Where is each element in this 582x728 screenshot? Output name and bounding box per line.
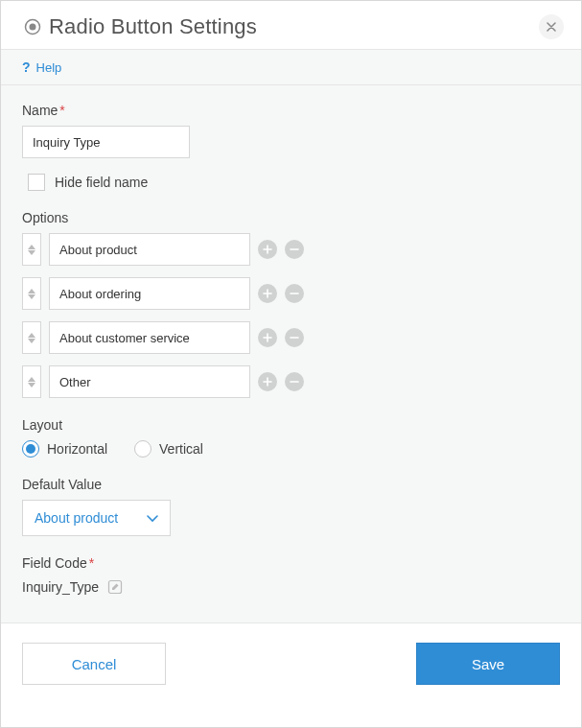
- layout-radio-vertical[interactable]: Vertical: [134, 440, 203, 458]
- add-option-button[interactable]: [258, 372, 277, 391]
- radio-icon: [134, 440, 151, 458]
- default-value-select[interactable]: About product: [22, 500, 171, 536]
- option-row: [22, 277, 560, 310]
- radio-label: Horizontal: [47, 441, 107, 457]
- option-row: [22, 233, 560, 266]
- layout-radio-horizontal[interactable]: Horizontal: [22, 440, 107, 458]
- cancel-button[interactable]: Cancel: [22, 643, 166, 685]
- default-value-label: Default Value: [22, 477, 560, 492]
- radio-label: Vertical: [159, 441, 203, 457]
- field-code-value: Inquiry_Type: [22, 579, 99, 595]
- help-icon: ?: [22, 59, 31, 75]
- save-button[interactable]: Save: [416, 643, 560, 685]
- layout-label: Layout: [22, 417, 560, 433]
- layout-radio-group: Horizontal Vertical: [22, 440, 560, 458]
- drag-handle-icon[interactable]: [22, 233, 41, 266]
- required-asterisk: *: [59, 103, 64, 118]
- option-input[interactable]: [49, 321, 250, 354]
- dialog-body: Name* Hide field name Options: [1, 85, 581, 622]
- dialog-title: Radio Button Settings: [49, 14, 539, 39]
- remove-option-button[interactable]: [285, 240, 304, 259]
- options-section: Options: [22, 210, 560, 398]
- hide-field-name-checkbox[interactable]: [28, 174, 45, 191]
- close-button[interactable]: [539, 14, 564, 39]
- add-option-button[interactable]: [258, 328, 277, 347]
- name-section: Name* Hide field name: [22, 103, 560, 191]
- remove-option-button[interactable]: [285, 284, 304, 303]
- default-value-selected: About product: [35, 510, 118, 526]
- radio-icon: [22, 440, 39, 458]
- drag-handle-icon[interactable]: [22, 365, 41, 398]
- drag-handle-icon[interactable]: [22, 321, 41, 354]
- add-option-button[interactable]: [258, 240, 277, 259]
- option-row: [22, 321, 560, 354]
- dialog-footer: Cancel Save: [1, 622, 581, 704]
- field-code-row: Inquiry_Type: [22, 578, 560, 596]
- options-label: Options: [22, 210, 560, 225]
- remove-option-button[interactable]: [285, 372, 304, 391]
- chevron-down-icon: [147, 510, 158, 526]
- layout-section: Layout Horizontal Vertical: [22, 417, 560, 458]
- option-input[interactable]: [49, 365, 250, 398]
- default-value-section: Default Value About product: [22, 477, 560, 536]
- name-input[interactable]: [22, 126, 190, 158]
- name-label: Name*: [22, 103, 560, 118]
- remove-option-button[interactable]: [285, 328, 304, 347]
- hide-field-name-label: Hide field name: [55, 175, 148, 190]
- field-code-section: Field Code* Inquiry_Type: [22, 555, 560, 596]
- field-code-label: Field Code*: [22, 555, 560, 571]
- option-input[interactable]: [49, 233, 250, 266]
- drag-handle-icon[interactable]: [22, 277, 41, 310]
- hide-field-name-row[interactable]: Hide field name: [28, 174, 560, 191]
- help-link[interactable]: ? Help: [1, 50, 581, 85]
- svg-point-1: [30, 24, 36, 31]
- option-row: [22, 365, 560, 398]
- dialog-header: Radio Button Settings: [1, 1, 581, 50]
- option-input[interactable]: [49, 277, 250, 310]
- required-asterisk: *: [89, 555, 94, 571]
- help-label: Help: [36, 60, 62, 75]
- edit-field-code-button[interactable]: [106, 578, 124, 596]
- add-option-button[interactable]: [258, 284, 277, 303]
- radio-button-icon: [24, 18, 41, 35]
